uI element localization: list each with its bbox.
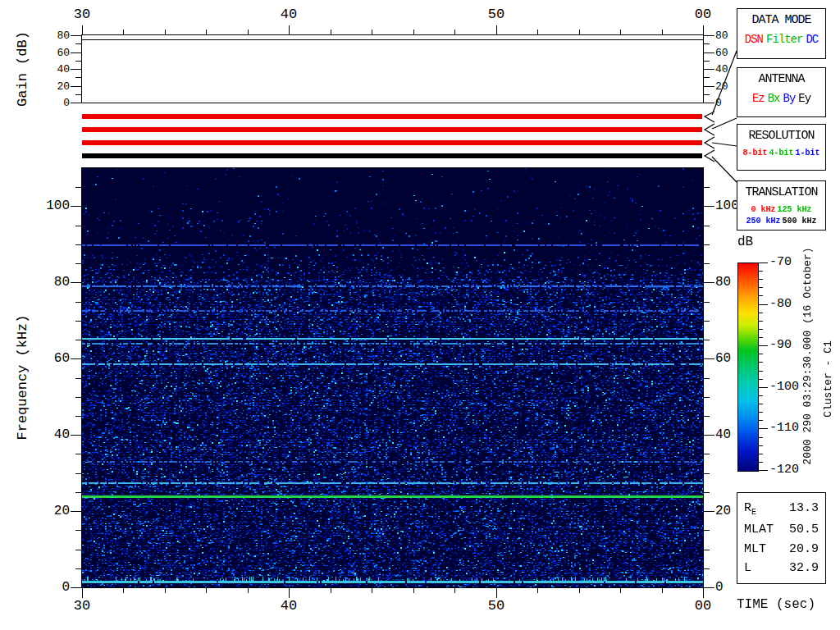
axis-tick — [579, 588, 580, 593]
axis-tick — [75, 550, 81, 550]
antenna-status-bar — [82, 127, 702, 132]
ephemeris-label: RE — [744, 502, 756, 517]
axis-tick — [75, 321, 81, 322]
ephemeris-row: MLT20.9 — [744, 543, 819, 555]
axis-tick — [248, 30, 249, 34]
tick-label: 80 — [715, 30, 728, 41]
tick-label: 40 — [264, 7, 313, 21]
axis-tick — [704, 35, 714, 36]
axis-tick — [123, 588, 124, 593]
axis-tick — [331, 588, 331, 593]
axis-tick — [704, 321, 710, 322]
tick-label: -100 — [769, 381, 799, 393]
axis-tick — [75, 397, 81, 398]
axis-tick — [331, 30, 331, 34]
tick-label: 50 — [472, 7, 521, 21]
axis-tick — [704, 86, 714, 87]
tick-label: 20 — [715, 81, 728, 92]
axis-tick — [704, 69, 714, 70]
tick-label: 60 — [33, 352, 70, 365]
axis-tick — [82, 25, 83, 34]
tick-label: -120 — [769, 463, 799, 476]
axis-tick — [71, 282, 81, 283]
tick-label: 40 — [33, 428, 70, 441]
axis-tick — [704, 226, 710, 226]
antenna-values: EzBxByEy — [737, 92, 825, 105]
ephemeris-row: RE13.3 — [744, 502, 819, 517]
tick-label: 30 — [57, 599, 107, 613]
panel-value: By — [783, 92, 796, 105]
tick-label: 00 — [678, 599, 728, 613]
axis-tick — [704, 263, 710, 264]
antenna-panel: ANTENNA EzBxByEy — [737, 67, 826, 117]
translation-status-bar — [82, 153, 702, 158]
axis-tick — [75, 378, 81, 379]
tick-label: 0 — [33, 581, 70, 594]
ephemeris-panel: RE13.3MLAT50.5MLT20.9L32.9 — [737, 492, 826, 584]
axis-tick — [704, 492, 710, 493]
axis-tick — [413, 588, 414, 593]
panel-value: Bx — [768, 92, 780, 105]
ephemeris-row: MLAT50.5 — [744, 523, 819, 536]
resolution-title: RESOLUTION — [737, 129, 825, 143]
axis-tick — [704, 77, 710, 78]
axis-tick — [248, 588, 249, 593]
axis-tick — [75, 473, 81, 474]
axis-tick — [71, 69, 81, 70]
axis-tick — [289, 588, 290, 598]
axis-tick — [703, 25, 704, 34]
tick-label: 20 — [715, 504, 731, 518]
tick-label: 20 — [33, 81, 70, 92]
resolution-panel: RESOLUTION 8-bit4-bit1-bit — [737, 124, 826, 171]
tick-label: 80 — [33, 30, 70, 41]
axis-tick — [71, 587, 81, 588]
ephemeris-value: 50.5 — [789, 523, 819, 536]
tick-label: -70 — [769, 256, 792, 268]
axis-tick — [704, 550, 710, 550]
arrow-head-antenna — [705, 124, 714, 135]
axis-tick — [75, 61, 81, 62]
axis-tick — [165, 588, 166, 593]
axis-tick — [704, 94, 710, 95]
axis-tick — [206, 30, 207, 34]
axis-tick — [206, 588, 207, 593]
axis-tick — [704, 61, 710, 62]
axis-tick — [75, 263, 81, 264]
axis-tick — [758, 387, 768, 388]
axis-tick — [71, 435, 81, 436]
axis-tick — [704, 530, 710, 531]
axis-tick — [71, 358, 81, 359]
tick-label: 0 — [715, 581, 724, 594]
axis-tick — [75, 416, 81, 417]
axis-tick — [82, 588, 83, 598]
data-mode-status-bar — [82, 114, 702, 119]
axis-tick — [454, 30, 455, 34]
panel-value: 0 kHz — [751, 205, 775, 214]
axis-tick — [758, 345, 768, 346]
data-mode-values: DSNFilterDC — [737, 33, 825, 46]
axis-tick — [372, 588, 372, 593]
axis-tick — [704, 473, 710, 474]
gain-trace — [82, 39, 703, 40]
ephemeris-value: 13.3 — [789, 502, 819, 517]
axis-tick — [704, 302, 710, 303]
axis-tick — [704, 244, 710, 245]
axis-tick — [75, 302, 81, 303]
axis-tick — [71, 86, 81, 87]
panel-value: Filter — [766, 33, 802, 46]
panel-value: Ez — [752, 92, 765, 105]
panel-value: DC — [806, 33, 818, 46]
axis-tick — [75, 492, 81, 493]
axis-tick — [75, 94, 81, 95]
axis-tick — [75, 244, 81, 245]
tick-label: 0 — [715, 98, 722, 108]
panel-value: Ey — [798, 92, 810, 105]
tick-label: 40 — [264, 599, 313, 613]
panel-value: 1-bit — [796, 148, 820, 158]
colorbar — [737, 262, 759, 472]
axis-tick — [75, 226, 81, 226]
axis-tick — [75, 340, 81, 340]
axis-tick — [75, 530, 81, 531]
axis-tick — [75, 43, 81, 44]
axis-tick — [704, 378, 710, 379]
